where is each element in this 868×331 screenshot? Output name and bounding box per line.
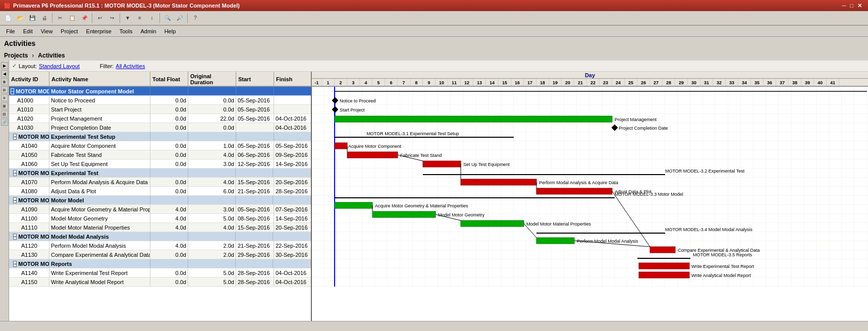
menu-help[interactable]: Help <box>160 27 180 35</box>
table-row[interactable]: − MOTOR MODEL-3.5 Reports <box>9 259 311 268</box>
cell-dur: 6.0d <box>188 187 236 195</box>
table-row[interactable]: − MOTOR MODEL-3 Motor Stator Component M… <box>9 87 311 96</box>
zoom-in-btn[interactable]: 🔍 <box>162 13 173 24</box>
nav-btn-7[interactable]: ⊟ <box>1 111 8 118</box>
table-row[interactable]: − MOTOR MODEL-3.2 Experimental Test <box>9 169 311 178</box>
table-row[interactable]: A1110 Model Motor Material Properties 4.… <box>9 223 311 232</box>
table-row[interactable]: − MOTOR MODEL-3.1 Experimental Test Setu… <box>9 132 311 141</box>
close-btn[interactable]: ✕ <box>857 3 862 9</box>
filter-btn[interactable]: ▼ <box>122 13 133 24</box>
table-row[interactable]: A1000 Notice to Proceed 0.0d 0.0d 05-Sep… <box>9 96 311 105</box>
undo-btn[interactable]: ↩ <box>94 13 105 24</box>
breadcrumb-projects[interactable]: Projects <box>4 52 28 59</box>
menu-project[interactable]: Project <box>57 27 82 35</box>
save-btn[interactable]: 💾 <box>27 13 38 24</box>
table-row[interactable]: A1090 Acquire Motor Geometry & Material … <box>9 205 311 214</box>
cell-float: 0.0d <box>150 141 188 150</box>
cell-id: − MOTOR MODEL-3.3 <box>9 196 49 204</box>
table-row[interactable]: A1010 Start Project 0.0d 0.0d 05-Sep-201… <box>9 105 311 114</box>
cell-finish: 04-Oct-2016 <box>274 114 312 123</box>
help-btn[interactable]: ? <box>190 13 201 24</box>
left-panel-header: Activity ID Activity Name Total Float Or… <box>9 72 312 86</box>
collapse-icon[interactable]: − <box>13 261 17 267</box>
cell-float: 0.0d <box>150 187 188 195</box>
cell-id: A1100 <box>9 214 49 223</box>
nav-btn-4[interactable]: ⊖ <box>1 86 8 93</box>
sort-btn[interactable]: ↕ <box>146 13 157 24</box>
svg-rect-28 <box>335 202 372 208</box>
collapse-icon[interactable]: − <box>13 170 17 176</box>
redo-btn[interactable]: ↪ <box>106 13 118 24</box>
cell-finish: 04-Oct-2016 <box>274 278 312 286</box>
menu-file[interactable]: File <box>2 27 19 35</box>
nav-btn-2[interactable]: ◀ <box>1 70 8 77</box>
table-row[interactable]: A1060 Set Up Test Equipment 0.0d 3.0d 12… <box>9 159 311 169</box>
paste-btn[interactable]: 📌 <box>79 13 90 24</box>
cell-start: 05-Sep-2016 <box>236 105 274 114</box>
new-btn[interactable]: 📄 <box>3 13 14 24</box>
cell-finish <box>274 132 312 141</box>
nav-btn-3[interactable]: ⊕ <box>1 78 8 85</box>
cell-float: 4.0d <box>150 205 188 213</box>
print-btn[interactable]: 🖨 <box>39 13 50 24</box>
collapse-icon[interactable]: − <box>11 88 14 94</box>
title-icon: 🟥 <box>4 3 10 9</box>
table-row[interactable]: A1140 Write Experimental Test Report 0.0… <box>9 268 311 278</box>
cell-name: Perform Model Modal Analysis <box>49 241 150 250</box>
table-row[interactable]: A1120 Perform Model Modal Analysis 4.0d … <box>9 241 311 250</box>
table-row[interactable]: A1150 Write Analytical Model Report 0.0d… <box>9 278 311 287</box>
table-row[interactable]: A1070 Perform Modal Analysis & Acquire D… <box>9 178 311 187</box>
cell-dur: 0.0d <box>188 105 236 114</box>
cell-start: 06-Sep-2016 <box>236 150 274 159</box>
table-row[interactable]: − MOTOR MODEL-3.3 Motor Model <box>9 196 311 205</box>
open-btn[interactable]: 📂 <box>15 13 26 24</box>
maximize-btn[interactable]: □ <box>850 3 853 9</box>
menu-view[interactable]: View <box>37 27 57 35</box>
cell-start: 08-Sep-2016 <box>236 214 274 223</box>
menu-admin[interactable]: Admin <box>136 27 160 35</box>
filter-name[interactable]: All Activities <box>116 63 145 69</box>
day-numbers: -1 1 2 3 4 5 6 7 8 9 10 11 12 13 14 15 1… <box>312 79 868 86</box>
collapse-icon[interactable]: − <box>13 134 17 140</box>
cell-dur <box>188 87 236 95</box>
minimize-btn[interactable]: ─ <box>842 3 846 9</box>
table-row[interactable]: A1130 Compare Experimental & Analytical … <box>9 250 311 259</box>
page-title: Activities <box>4 39 35 47</box>
nav-btn-8[interactable]: 🔗 <box>1 119 8 126</box>
table-row[interactable]: A1020 Project Management 0.0d 22.0d 05-S… <box>9 114 311 123</box>
menu-tools[interactable]: Tools <box>116 27 137 35</box>
nav-btn-5[interactable]: ≡ <box>1 94 8 101</box>
layout-name[interactable]: Standard Layout <box>39 63 80 69</box>
table-row[interactable]: A1040 Acquire Motor Component 0.0d 1.0d … <box>9 141 311 150</box>
menu-edit[interactable]: Edit <box>19 27 37 35</box>
table-row[interactable]: − MOTOR MODEL-3.4 Model Modal Analysis <box>9 232 311 241</box>
status-bar <box>0 321 868 331</box>
collapse-icon[interactable]: − <box>13 197 17 203</box>
cell-start: 05-Sep-2016 <box>236 141 274 150</box>
cell-dur: 2.0d <box>188 250 236 259</box>
copy-btn[interactable]: 📋 <box>67 13 78 24</box>
table-row[interactable]: A1100 Model Motor Geometry 4.0d 5.0d 08-… <box>9 214 311 223</box>
col-header-id: Activity ID <box>9 72 49 87</box>
cell-id: A1010 <box>9 105 49 114</box>
cell-dur: 4.0d <box>188 223 236 232</box>
menu-enterprise[interactable]: Enterprise <box>82 27 116 35</box>
svg-text:MOTOR MODEL-3.3  Motor Model: MOTOR MODEL-3.3 Motor Model <box>615 192 683 197</box>
table-row[interactable]: A1050 Fabricate Test Stand 0.0d 4.0d 06-… <box>9 150 311 159</box>
cell-float: 0.0d <box>150 159 188 168</box>
nav-btn-6[interactable]: ⊞ <box>1 102 8 109</box>
cell-id: − MOTOR MODEL-3.5 <box>9 259 49 268</box>
sep1 <box>52 13 52 23</box>
group-btn[interactable]: ≡ <box>134 13 145 24</box>
cell-float: 0.0d <box>150 278 188 286</box>
table-row[interactable]: A1080 Adjust Data & Plot 0.0d 6.0d 21-Se… <box>9 187 311 196</box>
cut-btn[interactable]: ✂ <box>55 13 66 24</box>
cell-name: Acquire Motor Geometry & Material Proper… <box>49 205 150 213</box>
nav-btn-1[interactable]: ▶ <box>1 62 8 69</box>
cell-finish <box>274 96 312 104</box>
cell-finish: 14-Sep-2016 <box>274 214 312 223</box>
table-row[interactable]: A1030 Project Completion Date 0.0d 0.0d … <box>9 123 311 132</box>
collapse-icon[interactable]: − <box>13 234 17 240</box>
zoom-out-btn[interactable]: 🔎 <box>174 13 185 24</box>
cell-finish: 04-Oct-2016 <box>274 268 312 277</box>
